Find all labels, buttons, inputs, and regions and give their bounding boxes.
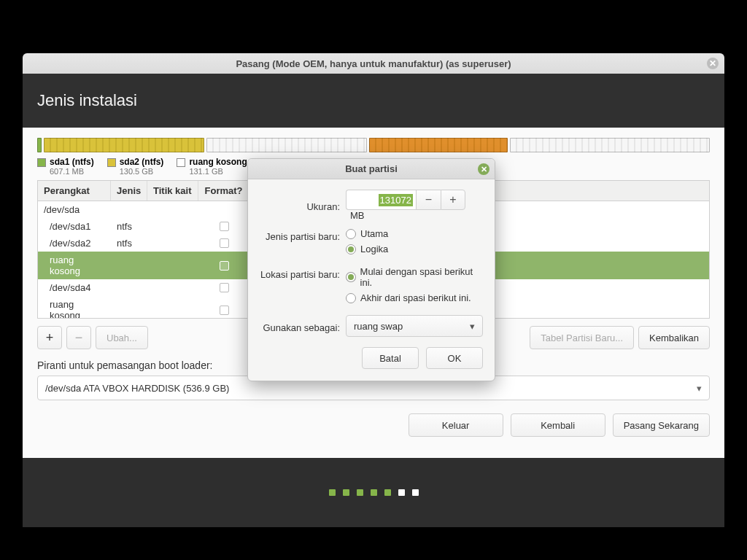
radio-location-end[interactable]: Akhir dari spasi berikut ini. [346,292,483,303]
cell-format [198,201,249,218]
dialog-body: Ukuran: 131072 − + MB Jenis partisi baru… [248,179,495,381]
row-location: Lokasi partisi baru: Mulai dengan spasi … [260,266,483,308]
format-checkbox[interactable] [220,222,229,231]
cell-device: /dev/sda2 [38,235,111,252]
change-partition-button[interactable]: Ubah... [96,326,148,349]
cell-device: ruang kosong [38,296,111,318]
dialog-actions: Batal OK [260,347,483,369]
cell-format [198,218,249,235]
use-as-value: ruang swap [354,321,403,332]
progress-dots [23,458,724,527]
partition-type-label: Jenis partisi baru: [260,228,346,242]
cell-mount [147,296,198,318]
format-checkbox[interactable] [220,283,229,292]
radio-logical[interactable]: Logika [346,244,483,254]
close-icon[interactable]: ✕ [707,58,719,69]
dialog-title: Buat partisi [345,163,398,174]
radio-primary[interactable]: Utama [346,228,483,239]
quit-button[interactable]: Keluar [409,413,503,437]
chevron-down-icon: ▾ [470,321,475,332]
cell-format [198,279,249,296]
legend-size: 131.1 GB [189,167,247,176]
legend-label: sda2 (ntfs) [120,157,164,167]
step-dot [343,489,349,496]
page-title: Jenis instalasi [37,91,137,109]
step-dot [412,489,419,496]
window-titlebar[interactable]: Pasang (Mode OEM, hanya untuk manufaktur… [23,53,724,74]
cell-device: /dev/sda1 [38,218,111,235]
cell-type [111,279,147,296]
size-increment-button[interactable]: + [441,190,465,210]
step-dot [371,489,377,496]
legend-item: ruang kosong131.1 GB [177,157,247,176]
col-device[interactable]: Perangkat [38,181,111,201]
cell-mount [147,279,198,296]
use-as-label: Gunakan sebagai: [260,319,346,333]
row-use-as: Gunakan sebagai: ruang swap ▾ [260,315,483,337]
legend-swatch [37,158,46,167]
add-partition-button[interactable]: + [37,326,62,349]
cell-format [198,235,249,252]
cell-type: ntfs [111,235,147,252]
legend-size: 607.1 MB [50,167,94,176]
radio-location-end-label: Akhir dari spasi berikut ini. [360,292,471,303]
cell-type: ntfs [111,218,147,235]
radio-primary-label: Utama [360,228,388,239]
col-type[interactable]: Jenis [111,181,147,201]
legend-swatch [177,158,185,167]
size-unit: MB [350,210,365,221]
new-partition-table-button[interactable]: Tabel Partisi Baru... [530,326,634,349]
format-checkbox[interactable] [220,261,229,271]
cell-mount [147,252,198,279]
size-input[interactable]: 131072 [346,190,416,210]
use-as-combo[interactable]: ruang swap ▾ [346,315,483,337]
radio-logical-label: Logika [360,244,388,254]
cell-type [111,296,147,318]
step-dot [357,489,363,496]
cancel-button[interactable]: Batal [362,347,419,369]
ok-button[interactable]: OK [426,347,483,369]
cell-type [111,252,147,279]
size-spinner: 131072 − + [346,190,465,210]
install-now-button[interactable]: Pasang Sekarang [613,413,710,437]
bootloader-device-value: /dev/sda ATA VBOX HARDDISK (536.9 GB) [45,383,229,394]
step-dot [329,489,336,496]
cell-device: /dev/sda [38,201,111,218]
legend-size: 130.5 GB [120,167,164,176]
size-decrement-button[interactable]: − [416,190,441,210]
cell-mount [147,235,198,252]
step-dot [398,489,405,496]
chevron-down-icon: ▾ [697,383,702,394]
col-mount[interactable]: Titik kait [147,181,198,201]
back-button[interactable]: Kembali [511,413,605,437]
legend-label: ruang kosong [189,157,247,167]
legend-swatch [107,158,116,167]
legend-item: sda2 (ntfs)130.5 GB [107,157,164,176]
window-title: Pasang (Mode OEM, hanya untuk manufaktur… [236,58,511,69]
create-partition-dialog: Buat partisi ✕ Ukuran: 131072 − + MB Jen… [247,158,495,381]
remove-partition-button[interactable]: − [66,326,91,349]
disk-usage-bar [37,138,710,152]
dialog-titlebar[interactable]: Buat partisi ✕ [248,159,495,179]
step-dot [384,489,391,496]
revert-button[interactable]: Kembalikan [638,326,710,349]
format-checkbox[interactable] [220,238,229,248]
page-header: Jenis instalasi [23,74,724,128]
radio-location-begin[interactable]: Mulai dengan spasi berikut ini. [346,266,483,288]
cell-device: ruang kosong [38,252,111,279]
cell-mount [147,218,198,235]
col-format[interactable]: Format? [198,181,249,201]
legend-item: sda1 (ntfs)607.1 MB [37,157,94,176]
cell-device: /dev/sda4 [38,279,111,296]
format-checkbox[interactable] [220,306,229,315]
cell-mount [147,201,198,218]
dialog-close-icon[interactable]: ✕ [478,163,489,175]
radio-location-begin-label: Mulai dengan spasi berikut ini. [360,266,483,288]
cell-format [198,296,249,318]
wizard-buttons: Keluar Kembali Pasang Sekarang [37,413,710,437]
location-label: Lokasi partisi baru: [260,266,346,280]
size-label: Ukuran: [260,198,346,212]
row-size: Ukuran: 131072 − + MB [260,190,483,221]
cell-type [111,201,147,218]
row-partition-type: Jenis partisi baru: Utama Logika [260,228,483,259]
